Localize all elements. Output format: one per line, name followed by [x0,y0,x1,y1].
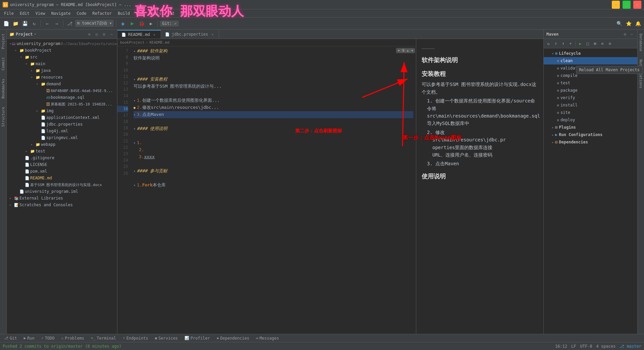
minimize-button[interactable]: − [612,1,620,9]
git-tool-button[interactable]: ⎇ Git [1,336,20,341]
cursor-position[interactable]: 16:12 [555,344,567,349]
tree-springmvc[interactable]: 📄 springmvc.xml [7,134,117,141]
tree-img-folder[interactable]: ▸ 📁 img [7,107,117,114]
tree-sql[interactable]: 🗃 bookmanage.sql [7,94,117,101]
tree-screenshot[interactable]: 🖼 屏幕截图 2023-05-10 194828... [7,101,117,107]
maven-verify[interactable]: ⚙ verify [544,94,637,101]
tree-resources[interactable]: ▾ 📁 resources [7,74,117,81]
menu-file[interactable]: File [1,10,16,16]
maven-show-deps-button[interactable]: ≋ [606,40,613,47]
tree-java[interactable]: ▸ 📁 java [7,67,117,74]
fold-icon-11[interactable]: ▾ [133,77,136,82]
menu-git[interactable]: Git [165,10,177,16]
fold-icon-26[interactable]: ▾ [133,183,136,188]
debug-button[interactable]: 🐞 [138,19,146,28]
locate-file-button[interactable]: ◎ [94,31,100,37]
forward-button[interactable]: → [53,19,61,28]
tab-jdbc[interactable]: 📄 jdbc.properties × [161,30,219,39]
maximize-button[interactable]: □ [623,1,631,9]
branch-icon[interactable]: ⎇ [66,19,74,28]
tree-test[interactable]: ▸ 📁 test [7,148,117,155]
maven-reload-button[interactable]: ↻ [545,40,552,47]
fold-icon-7[interactable]: ▾ [133,49,136,54]
tree-log4j[interactable]: 📄 log4j.xml [7,128,117,134]
tree-pom[interactable]: 📄 pom.xml [7,168,117,175]
close-button[interactable]: × [633,1,641,9]
menu-help[interactable]: Help [199,10,214,16]
collapse-all-button[interactable]: ≡ [86,31,92,37]
tree-iml[interactable]: 📄 university_program.iml [7,188,117,195]
run-coverage-button[interactable]: ▶ [147,19,155,28]
dropdown-icon[interactable]: ▾ [34,32,37,36]
maven-test[interactable]: ⚙ test [544,79,637,87]
tree-webapp[interactable]: ▸ 📁 webapp [7,141,117,148]
notifications-tab[interactable]: Notifications [638,55,644,92]
run-button[interactable]: ▶ [128,19,136,28]
maven-install[interactable]: ⚙ install [544,101,637,109]
menu-navigate[interactable]: Navigate [49,10,73,16]
save-button[interactable]: 💾 [21,19,29,28]
todo-tool-button[interactable]: ✓ TODO [39,336,57,341]
readme-tab-close[interactable]: × [152,32,157,37]
maven-skip-test-button[interactable]: ⊘ [599,40,606,47]
code-content[interactable]: ▾ #### 软件架构 软件架构说明 ▾ [131,46,416,334]
new-file-button[interactable]: 📄 [2,19,10,28]
menu-view[interactable]: View [33,10,48,16]
tree-license[interactable]: 📄 LICENSE [7,161,117,168]
tree-bookproject[interactable]: ▾ 📁 bookProject [7,47,117,54]
open-button[interactable]: 📁 [11,19,19,28]
tree-main[interactable]: ▾ 📁 main [7,60,117,67]
menu-build[interactable]: Build [115,10,132,16]
tree-readme[interactable]: 📄 README.md [7,175,117,181]
messages-tool-button[interactable]: ✉ Messages [253,336,281,341]
fold-icon-15[interactable]: ● [133,105,136,111]
menu-refactor[interactable]: Refactor [90,10,114,16]
sync-button[interactable]: ↻ [30,19,38,28]
maven-minimize-button[interactable]: − [629,31,635,37]
maven-deploy[interactable]: ⚙ deploy [544,116,637,124]
tree-src[interactable]: ▾ 📁 src [7,54,117,60]
commit-tab[interactable]: Commit [0,53,6,75]
problems-tool-button[interactable]: ⚠ Problems [59,336,87,341]
git-branch-selector[interactable]: m tomcat7启动 ▾ [75,20,114,27]
jdbc-tab-close[interactable]: × [210,32,215,37]
services-tool-button[interactable]: ◉ Services [152,336,180,341]
maven-toggle-button[interactable]: ⊠ [592,40,598,47]
fold-icon-18[interactable]: ▾ [133,126,136,132]
fold-icon-24[interactable]: ▾ [133,169,136,174]
tree-demand[interactable]: ▾ 📁 demand [7,81,117,87]
profiler-tool-button[interactable]: 📊 Profiler [182,336,213,341]
tree-appcontext[interactable]: 📄 applicationContext.xml [7,114,117,121]
tree-external-libs[interactable]: ▸ 📚 External Libraries [7,195,117,202]
maven-add-button[interactable]: + [567,40,574,47]
fold-icon-20[interactable]: ▾ [133,140,136,146]
tree-root[interactable]: ▾ 🗂 university_program D:/Java/IdeaProje… [7,40,117,47]
notifications-button[interactable]: 🔔 [634,19,642,28]
fold-icon-14[interactable]: ▾ [133,98,136,103]
maven-download-button[interactable]: ⬇ [552,40,559,47]
maven-settings-button[interactable]: ⚙ [622,31,628,37]
maven-download-sources-button[interactable]: ⬇ [560,40,567,47]
maven-clean[interactable]: ⚙ clean [544,57,637,64]
menu-window[interactable]: Window [178,10,198,16]
indent-indicator[interactable]: 4 spaces [596,344,616,349]
search-everywhere-button[interactable]: 🔍 [615,19,623,28]
run-config-button[interactable]: ◉ [119,19,127,28]
tree-gitignore[interactable]: 📄 .gitignore [7,155,117,161]
encoding-indicator[interactable]: UTF-8 [580,344,592,349]
run-tool-button[interactable]: ▶ Run [21,336,37,341]
panel-minimize-button[interactable]: − [108,31,114,37]
maven-package[interactable]: ⚙ package [544,87,637,94]
menu-edit[interactable]: Edit [17,10,32,16]
maven-dependencies-section[interactable]: ▸ ⊟ Dependencies [544,138,637,146]
terminal-tool-button[interactable]: >_ Terminal [88,336,119,341]
tree-docx[interactable]: 📄 基于SSM 图书管理系统的设计与实现.docx [7,181,117,188]
database-tab[interactable]: Database [638,30,644,55]
project-tab[interactable]: Project [0,30,6,53]
panel-settings-button[interactable]: ⚙ [101,31,107,37]
bookmarks-tab[interactable]: Bookmarks [0,75,6,103]
tree-img-file[interactable]: 🖼 8AF4B4BF-B45E-4da6-945E-9... [7,87,117,94]
maven-plugins-section[interactable]: ▸ ⊞ Plugins [544,124,637,131]
maven-run-button[interactable]: ▶ [577,40,584,47]
tree-jdbc-props[interactable]: 📄 jdbc.properties [7,121,117,128]
